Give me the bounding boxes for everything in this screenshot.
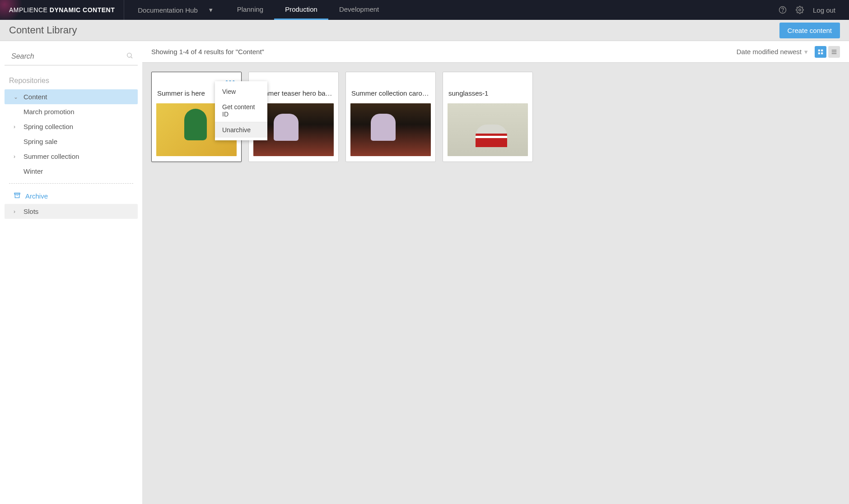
main-content: Showing 1-4 of 4 results for "Content" D…: [142, 41, 849, 504]
sort-dropdown[interactable]: Date modified newest ▾: [737, 48, 808, 56]
sidebar-divider: [9, 183, 133, 184]
search-input[interactable]: [5, 48, 126, 65]
card-thumbnail: [350, 103, 431, 156]
sidebar-item-winter[interactable]: Winter: [5, 164, 138, 179]
results-toolbar: Showing 1-4 of 4 results for "Content" D…: [142, 41, 849, 63]
content-card[interactable]: ••• Summer is here View Get content ID U…: [151, 72, 242, 162]
svg-point-1: [783, 11, 783, 12]
sidebar-item-summer-collection[interactable]: › Summer collection: [5, 149, 138, 164]
sidebar-item-label: Slots: [23, 208, 38, 215]
brand-light-text: AMPLIENCE: [9, 6, 47, 14]
svg-rect-12: [832, 50, 837, 51]
svg-rect-13: [832, 51, 837, 52]
sidebar-item-archive[interactable]: Archive: [5, 188, 138, 204]
chevron-right-icon: ›: [14, 208, 19, 215]
svg-point-2: [799, 9, 801, 11]
search-icon[interactable]: [126, 52, 138, 61]
brand-logo: AMPLIENCE DYNAMIC CONTENT: [0, 0, 124, 20]
nav-tab-development[interactable]: Development: [328, 0, 390, 20]
svg-rect-11: [821, 52, 823, 54]
content-card[interactable]: sunglasses-1: [443, 72, 533, 162]
menu-item-get-content-id[interactable]: Get content ID: [215, 99, 267, 122]
repositories-header: Repositories: [0, 72, 142, 89]
sidebar-item-label: Archive: [25, 192, 48, 200]
top-nav-bar: AMPLIENCE DYNAMIC CONTENT Documentation …: [0, 0, 849, 20]
sidebar: Repositories ⌄ Content March promotion ›…: [0, 41, 142, 504]
sidebar-item-label: Spring collection: [23, 123, 73, 130]
results-count-text: Showing 1-4 of 4 results for "Content": [151, 48, 264, 55]
sidebar-item-slots[interactable]: › Slots: [5, 204, 138, 219]
svg-rect-9: [821, 49, 823, 51]
sidebar-item-march-promotion[interactable]: March promotion: [5, 104, 138, 119]
sidebar-item-label: Content: [23, 93, 47, 101]
page-subheader: Content Library Create content: [0, 20, 849, 41]
settings-icon[interactable]: [796, 6, 804, 14]
chevron-right-icon: ›: [14, 153, 19, 160]
card-title: sunglasses-1: [443, 89, 532, 97]
list-view-button[interactable]: [828, 46, 840, 58]
sidebar-item-content[interactable]: ⌄ Content: [5, 89, 138, 104]
menu-item-unarchive[interactable]: Unarchive: [215, 122, 267, 138]
chevron-down-icon: ⌄: [14, 94, 19, 100]
svg-line-4: [131, 57, 132, 58]
search-container: [5, 48, 138, 65]
help-icon[interactable]: [779, 6, 787, 14]
cards-grid: ••• Summer is here View Get content ID U…: [142, 63, 849, 171]
view-toggle: [815, 46, 840, 58]
svg-rect-14: [832, 53, 837, 54]
logout-link[interactable]: Log out: [813, 6, 835, 14]
sidebar-item-label: March promotion: [23, 108, 75, 116]
sort-label: Date modified newest: [737, 48, 802, 55]
hub-selector-label: Documentation Hub: [138, 6, 198, 14]
chevron-down-icon: ▾: [804, 48, 808, 56]
sidebar-item-label: Spring sale: [23, 138, 57, 145]
svg-rect-10: [818, 52, 820, 54]
page-title: Content Library: [9, 24, 77, 36]
create-content-button[interactable]: Create content: [779, 23, 840, 38]
sidebar-item-spring-sale[interactable]: Spring sale: [5, 134, 138, 149]
sidebar-item-label: Winter: [23, 167, 43, 175]
content-card[interactable]: Summer collection carousel: [345, 72, 436, 162]
brand-bold-text: DYNAMIC CONTENT: [50, 6, 115, 14]
chevron-right-icon: ›: [14, 124, 19, 130]
nav-tab-production[interactable]: Production: [274, 0, 328, 20]
archive-icon: [14, 192, 21, 200]
svg-rect-8: [818, 49, 820, 51]
hub-selector[interactable]: Documentation Hub ▾: [124, 6, 226, 14]
nav-tab-planning[interactable]: Planning: [226, 0, 274, 20]
grid-view-button[interactable]: [815, 46, 826, 58]
sidebar-item-spring-collection[interactable]: › Spring collection: [5, 119, 138, 134]
menu-item-view[interactable]: View: [215, 84, 267, 99]
sidebar-item-label: Summer collection: [23, 153, 79, 160]
card-title: Summer collection carousel: [346, 89, 435, 97]
svg-rect-6: [15, 194, 19, 198]
context-menu: View Get content ID Unarchive: [215, 81, 267, 140]
svg-point-3: [127, 53, 131, 57]
main-nav-tabs: Planning Production Development: [226, 0, 390, 20]
chevron-down-icon: ▾: [209, 6, 213, 14]
card-thumbnail: [448, 103, 528, 156]
